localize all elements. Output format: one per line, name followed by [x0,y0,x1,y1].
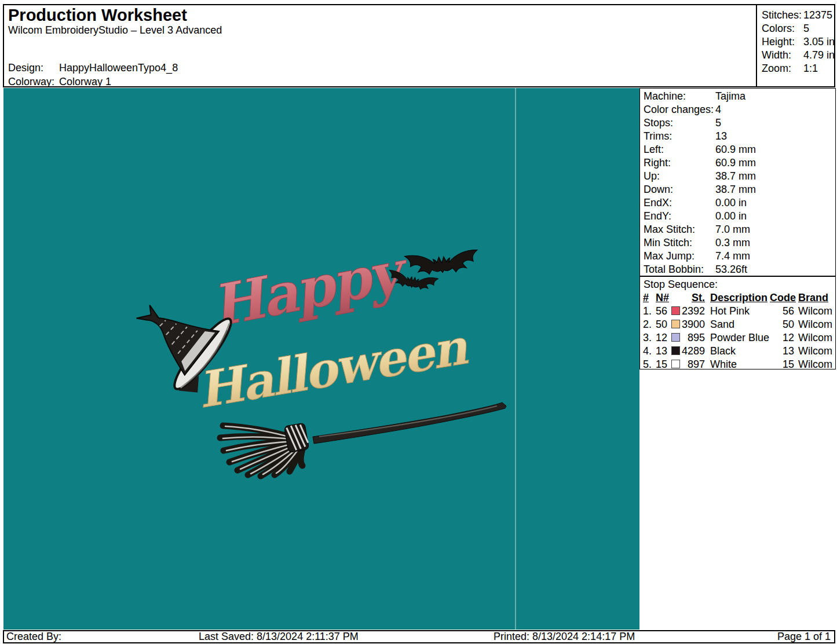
stop-stitches: 3900 [677,318,705,331]
stop-num: 4. [643,345,652,358]
machine-info-label: Min Stitch: [644,236,715,250]
machine-info-value: 7.4 mm [715,250,750,262]
stop-brand: Wilcom [798,318,832,331]
stop-description: Powder Blue [710,331,769,345]
machine-info-label: Max Jump: [644,250,715,263]
machine-info-value: 0.00 in [715,210,747,222]
stop-brand: Wilcom [798,358,832,371]
bat-icon [404,250,479,276]
machine-info-row: Total Bobbin:53.26ft [644,263,835,276]
stat-label: Zoom: [762,62,803,75]
machine-info-value: 60.9 mm [715,157,756,169]
stop-brand: Wilcom [798,345,832,358]
machine-info-row: Right:60.9 mm [644,156,835,170]
stop-num: 5. [643,358,652,371]
stop-code: 50 [770,318,794,331]
machine-info-label: Stops: [644,116,715,130]
stat-value: 12375 [803,9,832,21]
machine-info-value: 5 [715,117,721,129]
machine-info-value: 4 [715,104,721,115]
broom-binding [284,423,309,453]
stop-description: White [710,358,737,371]
machine-info-row: Min Stitch:0.3 mm [644,236,835,250]
machine-info-label: Up: [644,170,715,183]
stop-sequence-row: 2.503900Sand50Wilcom [640,318,835,331]
machine-info-label: EndY: [644,210,715,223]
machine-info-row: Color changes:4 [644,103,835,116]
stop-description: Hot Pink [710,305,750,318]
page-number: Page 1 of 1 [777,631,831,642]
machine-info-row: EndX:0.00 in [644,196,835,210]
machine-info-row: EndY:0.00 in [644,210,835,223]
machine-info-label: Left: [644,143,715,156]
stop-sequence-title: Stop Sequence: [640,278,835,291]
machine-info-value: 53.26ft [715,264,747,275]
design-preview-area: Halloween Happy [3,88,639,630]
stat-value: 4.79 in [803,49,835,61]
machine-info-row: Max Jump:7.4 mm [644,250,835,263]
last-saved-text: Last Saved: 8/13/2024 2:11:37 PM [199,631,359,642]
stat-value: 1:1 [803,63,818,74]
machine-info-row: Down:38.7 mm [644,183,835,196]
stat-row: Width:4.79 in [762,49,834,62]
stat-value: 5 [803,23,809,34]
machine-info-row: Up:38.7 mm [644,170,835,183]
stats-list: Stitches:12375Colors:5Height:3.05 inWidt… [756,5,834,86]
machine-info-label: Down: [644,183,715,196]
stop-code: 15 [770,358,794,371]
col-header-brand: Brand [798,291,828,305]
design-name: HappyHalloweenTypo4_8 [59,62,178,74]
colorway-label: Colorway: [8,75,59,88]
design-barcode [8,38,253,58]
stat-label: Height: [762,35,803,49]
machine-info-list: Machine:TajimaColor changes:4Stops:5Trim… [639,88,836,276]
stop-sequence-row: 3.12895Powder Blue12Wilcom [640,331,835,345]
page-title: Production Worksheet [8,6,187,25]
stop-needle: 15 [656,358,667,371]
printed-text: Printed: 8/13/2024 2:14:17 PM [494,631,635,642]
machine-info-label: Trims: [644,130,715,143]
stop-sequence-row: 1.562392Hot Pink56Wilcom [640,305,835,318]
machine-info-value: 60.9 mm [715,144,756,155]
stop-sequence-row: 5.15897White15Wilcom [640,358,835,371]
stop-num: 3. [643,331,652,345]
stat-label: Stitches: [762,9,803,22]
stop-num: 2. [643,318,652,331]
stop-needle: 12 [656,331,667,345]
stop-sequence-panel: Stop Sequence: # N# St. Description Code… [639,276,836,369]
stop-description: Black [710,345,736,358]
software-subtitle: Wilcom EmbroideryStudio – Level 3 Advanc… [8,24,222,36]
machine-info-label: EndX: [644,196,715,210]
col-header-stitches: St. [677,291,705,305]
machine-info-label: Right: [644,156,715,170]
stop-num: 1. [643,305,652,318]
machine-info-label: Color changes: [644,103,715,116]
embroidery-design: Halloween Happy [3,88,639,630]
col-header-num: # [643,291,649,305]
machine-info-value: Tajima [715,90,745,102]
machine-info-row: Max Stitch:7.0 mm [644,223,835,236]
stop-stitches: 2392 [677,305,705,318]
stop-code: 12 [770,331,794,345]
bats [387,250,479,292]
footer-bar: Created By: Last Saved: 8/13/2024 2:11:3… [3,630,835,643]
production-worksheet-page: { "header": { "title": "Production Works… [0,0,837,644]
stop-sequence-row: 4.134289Black13Wilcom [640,345,835,358]
colorway-name: Colorway 1 [59,76,111,87]
design-row: Design:HappyHalloweenTypo4_8 [8,61,178,74]
stop-brand: Wilcom [798,305,832,318]
created-by-label: Created By: [6,631,61,642]
stop-stitches: 4289 [677,345,705,358]
stop-sequence-header-row: # N# St. Description Code Brand [640,291,835,305]
stat-value: 3.05 in [803,36,835,47]
col-header-description: Description [710,291,767,305]
stat-row: Height:3.05 in [762,35,834,49]
machine-info-row: Left:60.9 mm [644,143,835,156]
stop-code: 13 [770,345,794,358]
stop-description: Sand [710,318,734,331]
stop-brand: Wilcom [798,331,832,345]
col-header-code: Code [770,291,794,305]
stop-stitches: 897 [677,358,705,371]
stat-label: Colors: [762,22,803,35]
stat-row: Colors:5 [762,22,834,35]
